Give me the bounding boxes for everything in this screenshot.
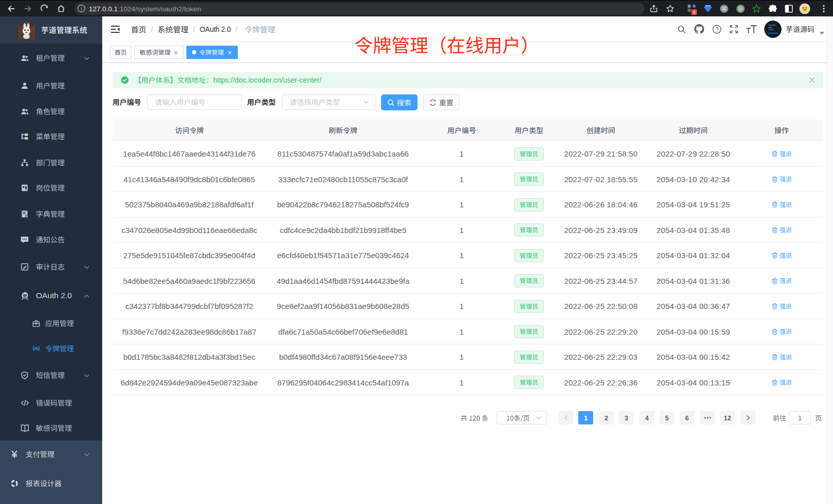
svg-text:⌘: ⌘ (722, 6, 727, 12)
svg-text:9: 9 (693, 10, 695, 15)
svg-text:?: ? (715, 27, 718, 32)
